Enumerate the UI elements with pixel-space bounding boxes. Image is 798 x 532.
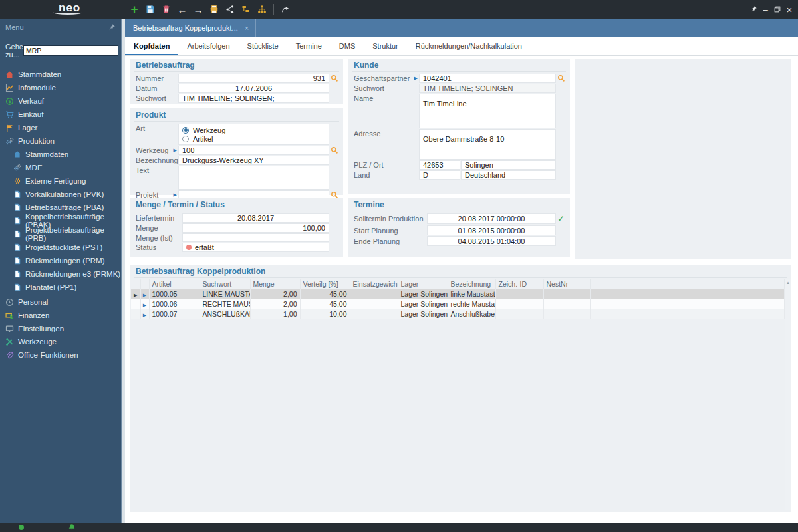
- panel-title: Termine: [352, 198, 566, 211]
- sidebar-item-einkauf[interactable]: Einkauf: [0, 108, 121, 121]
- document-tab[interactable]: Betriebsauftrag Koppelprodukt... ×: [125, 19, 256, 37]
- col-artikel[interactable]: Artikel: [149, 279, 200, 289]
- col-menge[interactable]: Menge: [250, 279, 300, 289]
- new-button[interactable]: +: [126, 1, 142, 17]
- tab-dms[interactable]: DMS: [331, 37, 364, 55]
- sidebar-item-vorkalkulationen[interactable]: Vorkalkulationen (PVK): [0, 188, 121, 201]
- table-row[interactable]: ▶ 1000.07 ANSCHLUßKABEL 1,00 10,00 Lager…: [131, 309, 785, 319]
- nummer-field[interactable]: 931: [178, 74, 329, 83]
- menge-ist-field[interactable]: [182, 233, 329, 242]
- search-icon[interactable]: [557, 74, 565, 82]
- col-nestnr[interactable]: NestNr: [543, 279, 590, 289]
- field-status: Status erfaßt: [134, 243, 339, 252]
- sidebar-item-rueckmeldungen-e3[interactable]: Rückmeldungen e3 (PRMK): [0, 267, 121, 281]
- row-expand-icon[interactable]: ▶: [143, 303, 146, 307]
- text-field[interactable]: [178, 166, 329, 190]
- sidebar-item-infomodule[interactable]: Infomodule: [0, 81, 121, 94]
- plz-field[interactable]: 42653: [419, 160, 460, 170]
- start-planung-field[interactable]: 01.08.2015 00:00:00: [427, 225, 556, 235]
- status-badge: erfaßt: [195, 243, 214, 251]
- field-plz-ort: PLZ / Ort 42653 Solingen: [352, 160, 566, 170]
- forward-button[interactable]: →: [190, 1, 206, 17]
- land-field[interactable]: Deutschland: [461, 170, 556, 180]
- print-button[interactable]: [206, 1, 222, 17]
- drilldown-arrow-icon[interactable]: ▶: [414, 76, 418, 81]
- search-icon[interactable]: [331, 146, 338, 154]
- sidebar-item-stammdaten[interactable]: Stammdaten: [0, 68, 121, 81]
- geschaeftspartner-field[interactable]: 1042401: [419, 74, 556, 83]
- forward-action-button[interactable]: [277, 1, 293, 17]
- sidebar-item-koppelbetriebsauftraege[interactable]: Koppelbetriebsaufträge (PBAK): [0, 214, 121, 227]
- tab-arbeitsfolgen[interactable]: Arbeitsfolgen: [178, 37, 238, 55]
- werkzeug-field[interactable]: 100: [178, 146, 329, 155]
- tab-rueckmeldungen[interactable]: Rückmeldungen/Nachkalkulation: [407, 37, 531, 55]
- project-tree-button[interactable]: [238, 1, 254, 17]
- col-einsatzgewicht[interactable]: Einsatzgewicht [kg]: [350, 279, 398, 289]
- menu-list: Stammdaten Infomodule Verkauf Einkauf La…: [0, 68, 121, 362]
- search-icon[interactable]: [331, 74, 338, 82]
- ort-field[interactable]: Solingen: [461, 160, 556, 170]
- col-verteilg[interactable]: Verteilg [%]: [300, 279, 350, 289]
- row-expand-icon[interactable]: ▶: [143, 293, 146, 297]
- sidebar-item-externe-fertigung[interactable]: Externe Fertigung: [0, 174, 121, 188]
- menu-pin-icon[interactable]: [108, 23, 116, 31]
- sidebar-item-office-funktionen[interactable]: Office-Funktionen: [0, 348, 121, 362]
- sidebar-item-finanzen[interactable]: Finanzen: [0, 309, 121, 322]
- share-button[interactable]: [222, 1, 238, 17]
- close-button[interactable]: ×: [783, 2, 795, 17]
- table-row[interactable]: ▶ 1000.06 RECHTE MAUSTASTE 2,00 45,00 La…: [131, 299, 785, 309]
- window-controls: – ×: [747, 0, 795, 19]
- sidebar-item-mde[interactable]: MDE: [0, 161, 121, 174]
- menge-field[interactable]: 100,00: [182, 223, 329, 233]
- pin-button[interactable]: [747, 2, 759, 17]
- sidebar-item-betriebsauftraege[interactable]: Betriebsaufträge (PBA): [0, 201, 121, 214]
- datum-field[interactable]: 17.07.2006: [178, 84, 329, 93]
- col-zeich-id[interactable]: Zeich.-ID: [495, 279, 543, 289]
- sidebar-item-lager[interactable]: Lager: [0, 121, 121, 134]
- sidebar-item-rueckmeldungen[interactable]: Rückmeldungen (PRM): [0, 254, 121, 267]
- sidebar-item-verkauf[interactable]: Verkauf: [0, 94, 121, 108]
- row-expand-icon[interactable]: ▶: [143, 313, 146, 317]
- liefertermin-field[interactable]: 20.08.2017: [182, 213, 329, 223]
- tab-stueckliste[interactable]: Stückliste: [239, 37, 287, 55]
- col-lager[interactable]: Lager: [398, 279, 448, 289]
- sidebar-item-projektbetriebsauftraege[interactable]: Projektbetriebsaufträge (PRB): [0, 227, 121, 241]
- tab-close-icon[interactable]: ×: [245, 24, 249, 32]
- tab-kopfdaten[interactable]: Kopfdaten: [125, 37, 178, 55]
- col-suchwort[interactable]: Suchwort: [200, 279, 250, 289]
- delete-button[interactable]: [158, 1, 174, 17]
- restore-button[interactable]: [771, 2, 783, 17]
- suchwort-field[interactable]: TIM TIMELINE; SOLINGEN;: [178, 94, 329, 103]
- tab-struktur[interactable]: Struktur: [364, 37, 407, 55]
- search-icon[interactable]: [331, 191, 338, 199]
- org-chart-button[interactable]: [254, 1, 270, 17]
- save-button[interactable]: [142, 1, 158, 17]
- solltermin-field[interactable]: 20.08.2017 00:00:00: [427, 213, 556, 224]
- adresse-field[interactable]: Obere Dammstraße 8-10: [419, 129, 556, 160]
- table-scrollbar[interactable]: ▲: [785, 279, 791, 510]
- sidebar-item-personal[interactable]: Personal: [0, 295, 121, 309]
- radio-werkzeug[interactable]: Werkzeug: [182, 126, 325, 134]
- ende-planung-field[interactable]: 04.08.2015 01:04:00: [427, 236, 556, 246]
- sidebar-item-plantafel[interactable]: Plantafel (PP1): [0, 281, 121, 294]
- sidebar-item-werkzeuge[interactable]: Werkzeuge: [0, 335, 121, 348]
- minimize-button[interactable]: –: [759, 2, 771, 17]
- sidebar-item-einstellungen[interactable]: Einstellungen: [0, 322, 121, 335]
- sidebar-item-projektstueckliste[interactable]: Projektstückliste (PST): [0, 241, 121, 254]
- col-bezeichnung[interactable]: Bezeichnung: [448, 279, 495, 289]
- radio-artikel[interactable]: Artikel: [182, 134, 325, 143]
- bezeichnung-field[interactable]: Druckguss-Werkzeug XY: [178, 156, 329, 165]
- drilldown-arrow-icon[interactable]: ▶: [174, 148, 177, 153]
- table-row[interactable]: ▶ ▶ 1000.05 LINKE MAUSTASTE 2,00 45,00 L…: [131, 289, 785, 299]
- notification-bell-icon[interactable]: [68, 523, 76, 531]
- kunde-suchwort-field: TIM TIMELINE; SOLINGEN: [419, 84, 556, 93]
- sidebar-item-produktion[interactable]: Produktion: [0, 134, 121, 148]
- name-field[interactable]: Tim TimeLine: [419, 94, 556, 128]
- sidebar-item-produktion-stammdaten[interactable]: Stammdaten: [0, 148, 121, 161]
- tab-termine[interactable]: Termine: [287, 37, 331, 55]
- back-button[interactable]: ←: [174, 1, 190, 17]
- goto-input[interactable]: [23, 45, 118, 56]
- land-code-field[interactable]: D: [419, 170, 460, 180]
- scroll-up-icon[interactable]: ▲: [785, 279, 791, 286]
- drilldown-arrow-icon[interactable]: ▶: [174, 192, 177, 198]
